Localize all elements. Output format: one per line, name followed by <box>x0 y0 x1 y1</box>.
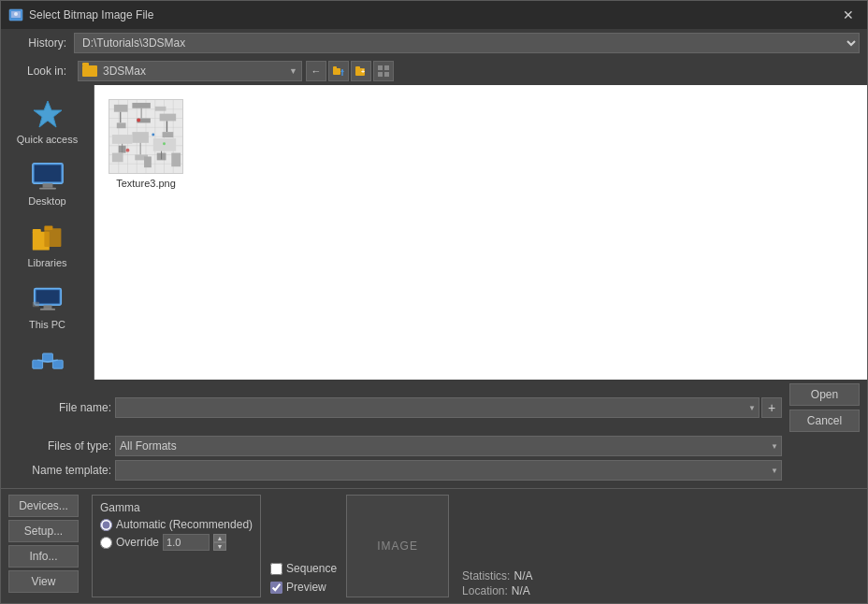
location-row: Location: N/A <box>462 584 532 597</box>
setup-button[interactable]: Setup... <box>8 520 79 542</box>
svg-rect-19 <box>44 228 61 247</box>
options-area: Sequence Preview <box>270 495 337 597</box>
svg-rect-56 <box>112 135 132 144</box>
lookin-label: Look in: <box>8 65 74 78</box>
sequence-checkbox[interactable] <box>270 563 282 575</box>
sidebar-item-label-quick-access: Quick access <box>17 134 78 145</box>
override-row: Override ▲ ▼ <box>100 534 253 551</box>
svg-rect-25 <box>32 302 38 307</box>
star-icon <box>31 98 65 132</box>
nav-buttons: ← + <box>306 61 394 81</box>
filename-input-group: + <box>115 397 782 418</box>
svg-rect-47 <box>132 103 151 108</box>
stats-area: Statistics: N/A Location: N/A <box>462 495 532 597</box>
svg-point-69 <box>152 134 154 137</box>
desktop-icon <box>31 160 65 194</box>
spin-down-button[interactable]: ▼ <box>213 542 226 551</box>
svg-rect-6 <box>355 66 360 69</box>
override-value-input[interactable] <box>163 534 210 551</box>
filename-combo-wrap <box>115 397 760 418</box>
nametemplate-row: Name template: <box>8 460 860 481</box>
svg-point-2 <box>14 12 18 16</box>
spin-up-button[interactable]: ▲ <box>213 534 226 542</box>
svg-rect-24 <box>39 309 54 310</box>
dialog-title: Select Bitmap Image File <box>29 8 153 22</box>
file-item-texture3[interactable]: Texture3.png <box>104 94 188 194</box>
view-button[interactable]: View <box>8 570 79 593</box>
sidebar-item-label-libraries: Libraries <box>27 257 66 268</box>
sidebar-item-libraries[interactable]: Libraries <box>6 216 90 274</box>
devices-button[interactable]: Devices... <box>8 495 79 517</box>
sidebar-item-this-pc[interactable]: This PC <box>6 278 90 336</box>
svg-rect-9 <box>384 65 389 70</box>
svg-rect-14 <box>34 165 61 181</box>
folder-icon <box>82 65 97 77</box>
filename-label: File name: <box>8 401 111 414</box>
sidebar-item-label-desktop: Desktop <box>28 195 65 207</box>
location-value: N/A <box>512 584 530 597</box>
automatic-label: Automatic (Recommended) <box>116 518 253 531</box>
svg-rect-28 <box>52 360 63 368</box>
sidebar: Quick access Desktop Libraries <box>1 85 94 380</box>
override-radio[interactable] <box>100 537 112 549</box>
sequence-label: Sequence <box>286 562 337 575</box>
filetype-label: Files of type: <box>8 439 111 453</box>
svg-rect-59 <box>132 132 149 143</box>
open-button[interactable]: Open <box>789 383 860 406</box>
gamma-title: Gamma <box>100 501 253 514</box>
automatic-radio[interactable] <box>100 519 112 531</box>
automatic-radio-row: Automatic (Recommended) <box>100 518 253 531</box>
back-button[interactable]: ← <box>306 61 326 81</box>
preview-checkbox[interactable] <box>270 582 282 594</box>
statistics-label: Statistics: <box>462 569 510 582</box>
gamma-spinner: ▲ ▼ <box>213 534 226 551</box>
svg-text:+: + <box>361 68 365 75</box>
history-combo[interactable]: D:\Tutorials\3DSMax <box>74 33 860 53</box>
preview-label: IMAGE <box>377 539 418 553</box>
svg-rect-55 <box>163 132 174 137</box>
file-browser: Texture3.png <box>94 85 867 380</box>
filename-input[interactable] <box>115 397 760 418</box>
svg-rect-66 <box>144 156 152 167</box>
file-name: Texture3.png <box>116 178 176 189</box>
up-folder-button[interactable] <box>328 61 349 81</box>
svg-rect-15 <box>42 183 52 188</box>
title-bar-left: Select Bitmap Image File <box>8 7 153 22</box>
new-folder-button[interactable]: + <box>351 61 371 81</box>
sequence-row: Sequence <box>270 562 337 575</box>
nametemplate-combo-wrap <box>115 460 782 481</box>
sidebar-item-network[interactable]: Network <box>6 339 90 380</box>
svg-rect-10 <box>378 72 383 77</box>
filename-row: File name: + Open Cancel <box>8 383 860 432</box>
info-button[interactable]: Info... <box>8 545 79 568</box>
sidebar-item-quick-access[interactable]: Quick access <box>6 93 90 151</box>
svg-rect-65 <box>112 153 123 163</box>
svg-rect-3 <box>333 68 340 75</box>
add-button[interactable]: + <box>761 397 782 418</box>
side-buttons: Devices... Setup... Info... View <box>8 495 79 597</box>
main-area: Quick access Desktop Libraries <box>1 85 867 380</box>
svg-rect-23 <box>43 305 51 309</box>
sidebar-item-desktop[interactable]: Desktop <box>6 154 90 212</box>
close-button[interactable]: ✕ <box>837 4 860 26</box>
filetype-select[interactable]: All Formats <box>115 436 782 456</box>
svg-rect-46 <box>114 105 128 112</box>
lookin-combo[interactable]: 3DSMax ▼ <box>78 61 302 81</box>
statistics-value: N/A <box>514 569 532 582</box>
preview-row: Preview <box>270 581 337 594</box>
dialog-window: Select Bitmap Image File ✕ History: D:\T… <box>0 0 868 604</box>
svg-rect-22 <box>36 290 59 303</box>
cancel-button[interactable]: Cancel <box>789 410 860 432</box>
nametemplate-select[interactable] <box>115 460 782 481</box>
bottom-panel: Devices... Setup... Info... View Gamma A… <box>1 488 867 603</box>
view-menu-button[interactable] <box>373 61 394 81</box>
svg-rect-16 <box>39 188 56 190</box>
bottom-fields-area: File name: + Open Cancel Files of type: … <box>1 380 867 488</box>
svg-rect-4 <box>333 66 337 69</box>
sidebar-item-label-this-pc: This PC <box>29 319 65 330</box>
history-row: History: D:\Tutorials\3DSMax <box>1 29 867 57</box>
svg-rect-20 <box>44 226 52 231</box>
svg-rect-8 <box>378 65 383 70</box>
network-icon <box>31 345 65 379</box>
svg-rect-26 <box>32 360 42 368</box>
